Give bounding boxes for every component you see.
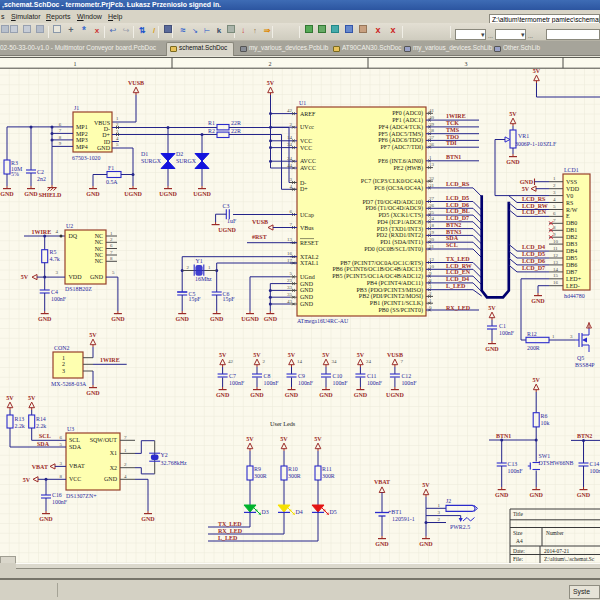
svg-text:DTSHW66NB: DTSHW66NB: [539, 460, 574, 466]
svg-text:VUSB: VUSB: [128, 80, 144, 86]
svg-text:LCD_RS: LCD_RS: [522, 196, 546, 202]
svg-text:V0: V0: [566, 193, 573, 199]
svg-text:GND: GND: [86, 390, 100, 396]
svg-text:16Mhz: 16Mhz: [195, 276, 212, 282]
svg-text:14: 14: [553, 267, 559, 272]
svg-text:SHIELD: SHIELD: [39, 192, 62, 198]
svg-text:NC: NC: [95, 233, 103, 239]
svg-text:GND: GND: [300, 287, 314, 293]
svg-text:3: 3: [465, 61, 468, 67]
svg-text:GND: GND: [24, 191, 38, 197]
svg-text:DB1: DB1: [566, 227, 577, 233]
svg-text:DB3: DB3: [566, 241, 577, 247]
svg-text:UGnd: UGnd: [300, 274, 315, 280]
svg-text:CON2: CON2: [54, 345, 69, 351]
svg-text:Y1: Y1: [196, 258, 203, 264]
svg-text:14: 14: [297, 359, 303, 364]
svg-text:BTN1: BTN1: [446, 154, 461, 160]
svg-text:21: 21: [429, 244, 435, 249]
svg-text:VDD: VDD: [566, 186, 580, 192]
svg-text:2: 2: [62, 361, 65, 367]
svg-text:100nF: 100nF: [298, 380, 314, 386]
svg-text:100nF: 100nF: [367, 380, 383, 386]
svg-text:27: 27: [429, 196, 435, 201]
svg-text:Z:\altium\..\schemat.Sc: Z:\altium\..\schemat.Sc: [544, 556, 595, 562]
svg-text:200R: 200R: [527, 345, 540, 351]
svg-text:LCD_D7: LCD_D7: [446, 215, 469, 221]
svg-text:UGND: UGND: [159, 191, 177, 197]
svg-text:DQ: DQ: [69, 233, 78, 239]
svg-text:C1: C1: [499, 323, 506, 329]
svg-text:VSS: VSS: [566, 179, 577, 185]
svg-text:SDA: SDA: [69, 444, 82, 450]
svg-text:43: 43: [287, 299, 293, 304]
svg-text:XTAL1: XTAL1: [300, 260, 319, 266]
svg-text:R14: R14: [36, 416, 46, 422]
svg-text:5V: 5V: [488, 305, 496, 311]
svg-text:C8: C8: [264, 373, 271, 379]
svg-text:PE2 (HWB): PE2 (HWB): [394, 165, 424, 172]
svg-text:100n: 100n: [590, 468, 600, 474]
svg-text:TX_LED: TX_LED: [446, 256, 470, 262]
svg-text:TMS: TMS: [446, 127, 460, 133]
svg-text:22R: 22R: [231, 120, 241, 126]
svg-text:5V: 5V: [357, 352, 365, 358]
svg-text:D+: D+: [102, 132, 110, 138]
svg-text:1WIRE: 1WIRE: [32, 229, 52, 235]
svg-text:2014-07-21: 2014-07-21: [544, 548, 569, 554]
svg-text:GND: GND: [300, 281, 314, 287]
svg-text:BSS84P: BSS84P: [575, 362, 595, 368]
svg-text:120591-1: 120591-1: [392, 516, 415, 522]
svg-text:35: 35: [287, 292, 293, 297]
svg-text:F1: F1: [108, 165, 114, 171]
svg-text:100nF: 100nF: [499, 330, 515, 336]
svg-text:AVCC: AVCC: [300, 165, 316, 171]
svg-text:100nF: 100nF: [229, 380, 245, 386]
svg-text:LCD_RW: LCD_RW: [522, 203, 548, 209]
svg-text:VBAT: VBAT: [69, 463, 85, 469]
svg-text:C10: C10: [333, 373, 343, 379]
svg-text:24: 24: [287, 156, 293, 161]
svg-text:5V: 5V: [246, 436, 254, 442]
svg-text:23: 23: [287, 278, 293, 283]
svg-text:NC: NC: [95, 258, 103, 264]
svg-text:GND: GND: [104, 476, 118, 482]
svg-text:2: 2: [269, 61, 272, 67]
svg-text:12: 12: [553, 253, 559, 258]
svg-text:SCL: SCL: [69, 437, 80, 443]
svg-text:GND: GND: [375, 541, 389, 547]
svg-text:VCC: VCC: [69, 476, 81, 482]
svg-text:PF7 (ADC7/TDI): PF7 (ADC7/TDI): [380, 144, 423, 151]
svg-text:LCD_RS: LCD_RS: [446, 181, 470, 187]
svg-text:R6: R6: [541, 413, 548, 419]
svg-text:GND: GND: [111, 316, 125, 322]
svg-text:15: 15: [553, 273, 559, 278]
svg-text:5V: 5V: [219, 352, 227, 358]
svg-text:RX_LED: RX_LED: [218, 528, 243, 534]
svg-text:MP2: MP2: [76, 131, 88, 137]
svg-text:LCD_D4: LCD_D4: [446, 276, 469, 282]
svg-text:VUSB: VUSB: [252, 219, 268, 225]
svg-text:5V: 5V: [23, 477, 31, 483]
svg-text:U1: U1: [299, 100, 306, 106]
svg-text:GND: GND: [0, 191, 14, 197]
svg-text:D-: D-: [104, 126, 110, 132]
svg-text:SW1: SW1: [539, 453, 551, 459]
svg-text:GND: GND: [250, 392, 264, 398]
svg-text:C14: C14: [590, 461, 600, 467]
svg-text:LCD_D4: LCD_D4: [522, 244, 545, 250]
svg-text:R9: R9: [254, 466, 261, 472]
svg-text:16: 16: [553, 280, 559, 285]
svg-text:38: 38: [429, 128, 435, 133]
svg-text:41: 41: [429, 108, 435, 113]
svg-text:5V: 5V: [288, 352, 296, 358]
svg-text:10k: 10k: [541, 420, 550, 426]
svg-text:AVCC: AVCC: [300, 158, 316, 164]
svg-text:UVcc: UVcc: [300, 124, 314, 130]
svg-text:1uF: 1uF: [227, 218, 237, 224]
svg-text:BTN2: BTN2: [446, 222, 461, 228]
svg-text:L_LED: L_LED: [446, 283, 466, 289]
svg-text:BTN3: BTN3: [446, 229, 461, 235]
svg-text:D1: D1: [141, 151, 148, 157]
svg-text:D4: D4: [296, 509, 303, 515]
